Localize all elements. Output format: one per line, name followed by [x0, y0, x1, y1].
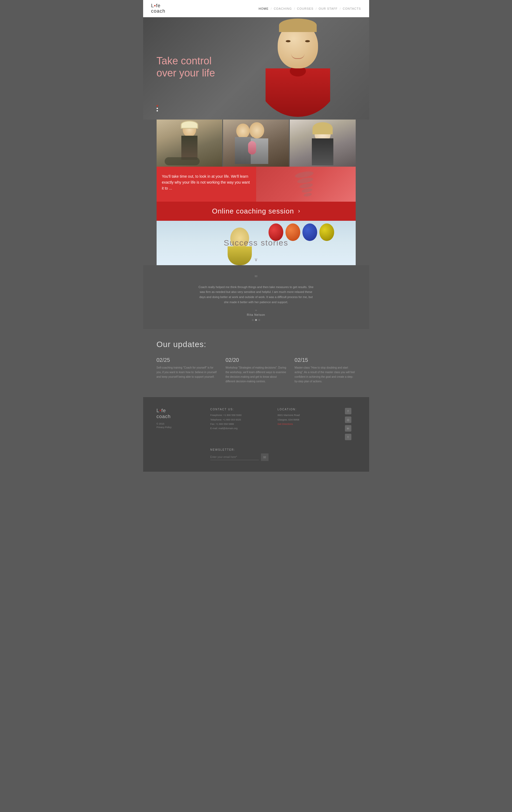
coaching-button[interactable]: Online coaching session ›	[157, 202, 356, 221]
footer-logo-text: L•fecoach	[157, 408, 205, 419]
photo-cell-1	[157, 119, 222, 167]
updates-section: Our updates: 02/25 Self-coaching trainin…	[143, 329, 369, 397]
testimonial-section: " Coach really helped me think through t…	[143, 265, 369, 329]
facebook-icon[interactable]: f	[345, 408, 351, 414]
newsletter-input-row: ✉	[210, 454, 356, 461]
hero-section: Take control over your life	[143, 17, 369, 119]
testimonial-dot-2[interactable]	[255, 319, 257, 321]
open-quote: "	[254, 273, 258, 282]
photo-cell-2	[223, 119, 289, 167]
red-stones-image	[256, 167, 356, 202]
nav-contacts[interactable]: CONTACTS	[343, 7, 361, 10]
stone-4	[301, 187, 313, 193]
footer: L•fecoach © 2015 Privacy Policy CONTACT …	[143, 397, 369, 472]
footer-contact-details: Freephone: +1 800 558 5580 Telephone: +1…	[210, 413, 272, 431]
nav-coaching[interactable]: COACHING	[274, 7, 292, 10]
red-section: You'll take time out, to look in at your…	[157, 167, 356, 202]
photo-couple-flowers	[223, 119, 289, 167]
newsletter-email-input[interactable]	[210, 454, 259, 460]
success-arrow-icon[interactable]: ∨	[254, 257, 258, 262]
footer-contact-heading: CONTACT US:	[210, 408, 272, 411]
stone-stack	[294, 170, 317, 198]
header: L•fe coach HOME / COACHING / COURSES / O…	[143, 0, 369, 17]
testimonial-dot-1[interactable]	[252, 319, 254, 321]
nav-staff[interactable]: OUR STAFF	[319, 7, 338, 10]
update-date-2: 02/20	[225, 357, 287, 363]
footer-top: L•fecoach © 2015 Privacy Policy CONTACT …	[157, 408, 356, 440]
footer-privacy-link[interactable]: Privacy Policy	[157, 426, 205, 429]
coaching-button-label: Online coaching session	[212, 207, 294, 215]
logo-dot: •	[154, 3, 156, 8]
red-text-block: You'll take time out, to look in at your…	[157, 167, 256, 202]
footer-directions-link[interactable]: Get Directions	[278, 423, 339, 425]
hero-title: Take control over your life	[157, 55, 215, 80]
photo-cell-3	[290, 119, 356, 167]
updates-grid: 02/25 Self-coaching training "Coach for …	[157, 357, 356, 384]
nav-home[interactable]: HOME	[259, 7, 269, 10]
testimonial-text: Coach really helped me think through thi…	[197, 285, 315, 305]
logo[interactable]: L•fe coach	[151, 3, 165, 14]
testimonial-name: Rita Nelson	[247, 313, 265, 316]
linkedin-icon[interactable]: in	[345, 425, 351, 432]
nav-sep-2: /	[294, 7, 295, 10]
close-quote-icon: „	[170, 307, 342, 312]
footer-location: LOCATION: 8601 Marmore Road Glasgow, G04…	[278, 408, 339, 440]
logo-line1: L•fe	[151, 3, 165, 9]
footer-newsletter-row: NEWSLETTER: ✉	[157, 448, 356, 472]
photo-woman-smiling	[290, 119, 356, 167]
update-text-2: Workshop "Strategies of making decisions…	[225, 365, 287, 384]
testimonial-dots	[170, 319, 342, 321]
nav: HOME / COACHING / COURSES / OUR STAFF / …	[259, 7, 361, 10]
balloon-blue	[302, 224, 317, 241]
photo-grid	[157, 119, 356, 167]
testimonial-dot-3[interactable]	[258, 319, 260, 321]
updates-title: Our updates:	[157, 340, 356, 349]
footer-location-heading: LOCATION:	[278, 408, 339, 411]
hero-text-block: Take control over your life	[157, 55, 215, 80]
coaching-button-arrow: ›	[298, 208, 300, 214]
photo-grid-wrapper: You'll take time out, to look in at your…	[157, 119, 356, 265]
update-text-3: Master-class "How to stop doubting and s…	[295, 365, 356, 384]
newsletter-send-button[interactable]: ✉	[261, 454, 269, 461]
footer-address: 8601 Marmore Road Glasgow, G04 B95B	[278, 413, 339, 422]
stone-5	[303, 192, 312, 197]
balloon-yellow	[319, 224, 334, 241]
hero-dot-3	[157, 110, 158, 112]
hero-dot-2	[157, 108, 158, 109]
send-email-icon: ✉	[263, 455, 266, 459]
stone-3	[299, 182, 313, 189]
success-stories-section[interactable]: Success stories ∨	[157, 221, 356, 265]
update-item-2: 02/20 Workshop "Strategies of making dec…	[225, 357, 287, 384]
logo-line2: coach	[151, 9, 165, 14]
success-stories-title: Success stories	[223, 238, 288, 248]
nav-sep-4: /	[340, 7, 341, 10]
portrait-body	[266, 68, 330, 117]
update-item-1: 02/25 Self-coaching training "Coach for …	[157, 357, 218, 384]
update-date-3: 02/15	[295, 357, 356, 363]
nav-sep-3: /	[315, 7, 317, 10]
portrait-face	[278, 23, 318, 68]
update-text-1: Self-coaching training "Coach for yourse…	[157, 365, 218, 379]
hero-dots	[157, 105, 158, 112]
update-item-3: 02/15 Master-class "How to stop doubting…	[295, 357, 356, 384]
footer-copyright: © 2015	[157, 423, 205, 425]
photo-girl-bicycle	[157, 119, 222, 167]
nav-courses[interactable]: COURSES	[297, 7, 313, 10]
nav-sep-1: /	[271, 7, 271, 10]
newsletter-label: NEWSLETTER:	[210, 448, 356, 451]
twitter-icon[interactable]: t	[345, 434, 351, 440]
footer-newsletter-spacer	[157, 448, 205, 461]
hero-dot-1	[157, 105, 158, 107]
update-date-1: 02/25	[157, 357, 218, 363]
social-icons: f ◎ in t	[345, 408, 356, 440]
hero-portrait	[253, 17, 342, 117]
footer-contact: CONTACT US: Freephone: +1 800 558 5580 T…	[210, 408, 272, 440]
instagram-icon[interactable]: ◎	[345, 416, 351, 423]
footer-logo[interactable]: L•fecoach © 2015 Privacy Policy	[157, 408, 205, 440]
footer-newsletter: NEWSLETTER: ✉	[210, 448, 356, 461]
